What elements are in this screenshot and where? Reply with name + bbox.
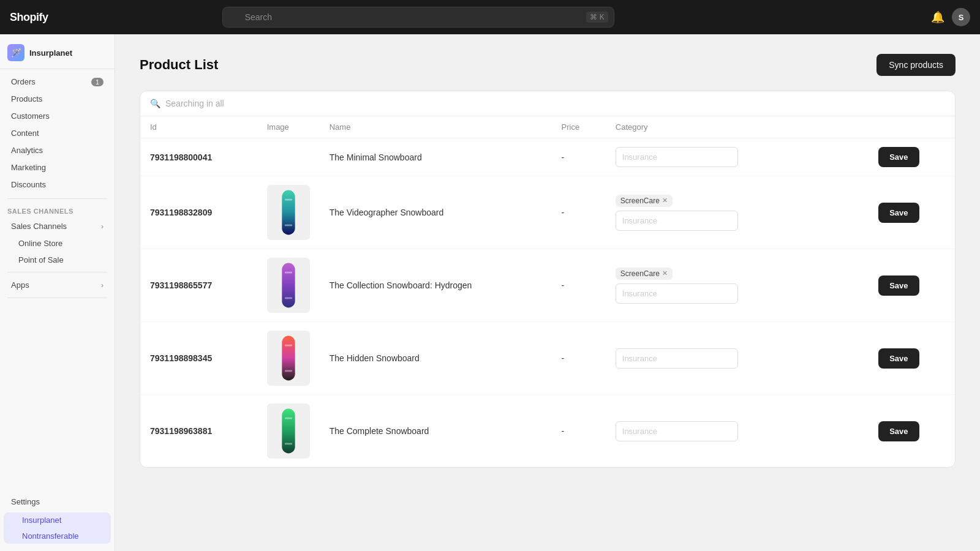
store-name: Insurplanet [29,48,72,58]
product-image-cell [257,138,320,176]
sidebar-divider-2 [7,272,107,272]
sidebar-item-products[interactable]: Products [4,91,111,107]
product-name: The Collection Snowboard: Hydrogen [320,249,552,322]
sidebar-label-discounts: Discounts [11,180,46,189]
sidebar-label-customers: Customers [11,111,50,121]
svg-rect-8 [284,370,292,372]
product-list-card: 🔍 Id Image Name Price Category 7931198 [140,91,956,468]
sidebar-item-content[interactable]: Content [4,125,111,141]
tag-remove-icon[interactable]: ✕ [662,197,668,204]
sidebar-item-online-store[interactable]: Online Store [4,236,111,251]
svg-rect-5 [284,298,292,299]
notification-bell-icon[interactable]: 🔔 [931,10,944,24]
sales-channels-label: Sales channels [0,203,115,217]
product-category-cell [606,322,869,395]
category-tag: ScreenCare✕ [616,195,673,207]
search-container: ⌕ ⌘ K [222,7,614,28]
sidebar-item-customers[interactable]: Customers [4,108,111,124]
product-price: - [552,395,606,468]
sidebar-item-point-of-sale[interactable]: Point of Sale [4,252,111,268]
save-button[interactable]: Save [878,421,919,441]
avatar[interactable]: S [952,8,970,26]
product-id: 7931198898345 [140,322,257,395]
product-name: The Videographer Snowboard [320,176,552,249]
category-input[interactable] [616,348,738,369]
product-image-cell [257,176,320,249]
apps-expand-label: Apps [11,280,29,290]
main-content: Product List Sync products 🔍 Id Image Na… [115,34,980,551]
chevron-right-icon-2: › [101,281,104,290]
insurplanet-label: Insurplanet [22,515,61,525]
category-input[interactable] [616,147,738,167]
table-row: 7931198800041The Minimal Snowboard-Save [140,138,955,176]
product-image-cell [257,322,320,395]
product-price: - [552,176,606,249]
product-price: - [552,322,606,395]
tag-remove-icon[interactable]: ✕ [662,270,668,277]
search-input[interactable] [222,7,614,28]
sidebar-item-discounts[interactable]: Discounts [4,176,111,193]
sidebar-item-nontransferable[interactable]: Nontransferable [7,528,107,544]
product-search-input[interactable] [165,99,945,108]
chevron-right-icon: › [101,222,104,231]
col-header-category: Category [606,116,869,138]
product-table-body: 7931198800041The Minimal Snowboard-Save7… [140,138,955,468]
product-category-cell: ScreenCare✕ [606,249,869,322]
svg-rect-9 [282,409,295,454]
svg-rect-2 [284,225,292,227]
svg-rect-10 [284,418,292,419]
category-input[interactable] [616,421,738,441]
sidebar-channels-expand[interactable]: Sales Channels › [4,218,111,234]
table-row: 7931198898345 The Hidden Snowboard-Save [140,322,955,395]
product-id: 7931198865577 [140,249,257,322]
table-row: 7931198865577 The Collection Snowboard: … [140,249,955,322]
sidebar-divider-3 [7,298,107,298]
table-row: 7931198963881 The Complete Snowboard-Sav… [140,395,955,468]
sidebar-item-settings[interactable]: Settings [4,493,111,510]
svg-rect-7 [284,345,292,347]
sidebar-item-insurplanet[interactable]: Insurplanet [7,512,107,528]
product-category-cell: ScreenCare✕ [606,176,869,249]
store-icon: 🪄 [7,44,24,61]
save-button[interactable]: Save [878,348,919,369]
save-button[interactable]: Save [878,203,919,223]
sidebar-item-analytics[interactable]: Analytics [4,142,111,159]
product-image-cell [257,249,320,322]
product-table: Id Image Name Price Category 79311988000… [140,116,955,467]
product-price: - [552,138,606,176]
sidebar-divider-1 [7,198,107,199]
sidebar-label-marketing: Marketing [11,163,46,172]
product-search-bar: 🔍 [140,91,955,116]
online-store-label: Online Store [18,239,62,248]
product-name: The Hidden Snowboard [320,322,552,395]
save-button[interactable]: Save [878,276,919,296]
topnav-actions: 🔔 S [931,8,970,26]
sidebar-item-marketing[interactable]: Marketing [4,159,111,176]
svg-rect-1 [284,199,292,201]
sidebar-apps-expand[interactable]: Apps › [4,277,111,293]
svg-rect-11 [284,443,292,445]
search-shortcut: ⌘ K [586,12,608,23]
col-header-action [869,116,955,138]
settings-label: Settings [11,497,40,506]
product-image-cell [257,395,320,468]
col-header-image: Image [257,116,320,138]
sidebar-label-orders: Orders [11,77,36,86]
product-id: 7931198800041 [140,138,257,176]
table-row: 7931198832809 The Videographer Snowboard… [140,176,955,249]
sidebar-item-orders[interactable]: Orders 1 [4,73,111,90]
category-input[interactable] [616,283,738,304]
nontransferable-label: Nontransferable [22,531,79,541]
product-save-cell: Save [869,322,955,395]
save-button[interactable]: Save [878,147,919,167]
sync-products-button[interactable]: Sync products [876,54,956,76]
table-header: Id Image Name Price Category [140,116,955,138]
page-title: Product List [140,57,218,73]
product-save-cell: Save [869,138,955,176]
product-name: The Minimal Snowboard [320,138,552,176]
category-input[interactable] [616,211,738,231]
product-price: - [552,249,606,322]
product-category-cell [606,138,869,176]
svg-rect-4 [284,272,292,274]
sidebar-label-analytics: Analytics [11,146,43,155]
